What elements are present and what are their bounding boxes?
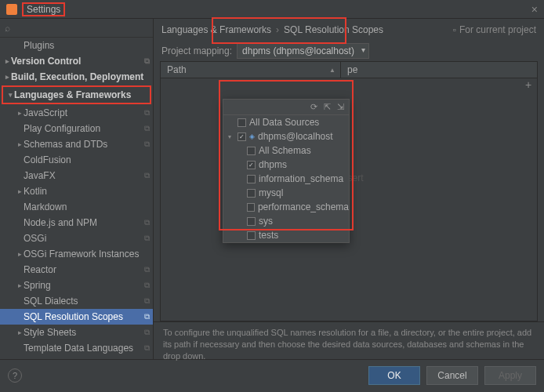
help-icon[interactable]: ? — [8, 368, 22, 383]
apply-button[interactable]: Apply — [484, 366, 536, 385]
sidebar-item-label: Reactor — [24, 264, 143, 275]
ok-button[interactable]: OK — [368, 366, 420, 385]
chevron-icon: ▸ — [16, 109, 24, 117]
sidebar-item-label: Version Control — [11, 56, 143, 67]
sidebar-item-label: Schemas and DTDs — [24, 139, 143, 150]
app-icon — [6, 4, 17, 15]
window-title: Settings — [22, 2, 65, 16]
scope-option-information-schema[interactable]: information_schema — [223, 172, 349, 186]
checkbox[interactable] — [247, 217, 256, 226]
sidebar-item-reactor[interactable]: Reactor⧉ — [0, 262, 153, 278]
collapse-icon[interactable]: ⇲ — [337, 102, 344, 112]
option-label: mysql — [259, 187, 283, 198]
copy-icon: ⧉ — [144, 312, 150, 321]
scope-option-performance-schema[interactable]: performance_schema — [223, 200, 349, 214]
scope-option-tests[interactable]: tests — [223, 228, 349, 242]
option-label: All Data Sources — [249, 117, 319, 128]
sidebar-item-osgi-framework-instances[interactable]: ▸OSGi Framework Instances — [0, 246, 153, 262]
sidebar-item-plugins[interactable]: Plugins — [0, 38, 153, 53]
checkbox[interactable] — [238, 132, 246, 141]
sidebar-item-kotlin[interactable]: ▸Kotlin — [0, 183, 153, 199]
chevron-icon: ▸ — [3, 73, 11, 81]
copy-icon: ⧉ — [144, 343, 150, 353]
sidebar-item-javascript[interactable]: ▸JavaScript⧉ — [0, 105, 153, 121]
for-project-label: ▫ For current project — [453, 24, 536, 35]
cancel-button[interactable]: Cancel — [426, 366, 478, 385]
highlight-box-lang-fw: ▾Languages & Frameworks — [2, 85, 151, 104]
scope-option-mysql[interactable]: mysql — [223, 186, 349, 200]
option-label: All Schemas — [259, 145, 311, 156]
button-bar: ? OK Cancel Apply — [0, 359, 544, 390]
copy-icon: ⧉ — [144, 140, 150, 149]
sidebar-item-label: TypeScript — [24, 358, 143, 359]
copy-icon: ⧉ — [144, 108, 150, 118]
checkbox[interactable] — [247, 161, 256, 169]
checkbox[interactable] — [247, 147, 256, 155]
copy-icon: ⧉ — [144, 171, 150, 180]
checkbox[interactable] — [247, 189, 256, 198]
scope-option-dhpms[interactable]: dhpms — [223, 158, 349, 172]
chevron-icon: ▸ — [16, 140, 24, 148]
sidebar-item-label: Languages & Frameworks — [14, 89, 147, 100]
sidebar-item-build-execution-deployment[interactable]: ▸Build, Execution, Deployment — [0, 69, 153, 85]
sort-asc-icon: ▲ — [329, 67, 335, 74]
sidebar-item-play-configuration[interactable]: Play Configuration⧉ — [0, 121, 153, 136]
scope-option-dhpms-localhost[interactable]: ▾◈dhpms@localhost — [223, 129, 349, 143]
settings-tree: Plugins▸Version Control⧉▸Build, Executio… — [0, 38, 153, 359]
project-icon: ▫ — [453, 24, 456, 35]
sidebar-item-sql-resolution-scopes[interactable]: SQL Resolution Scopes⧉ — [0, 309, 153, 325]
sidebar-item-schemas-and-dtds[interactable]: ▸Schemas and DTDs⧉ — [0, 136, 153, 152]
copy-icon: ⧉ — [144, 124, 150, 133]
sidebar-item-typescript[interactable]: ▸TypeScript⧉ — [0, 356, 153, 359]
copy-icon: ⧉ — [144, 56, 150, 66]
sidebar-item-markdown[interactable]: Markdown — [0, 199, 153, 215]
sidebar-item-sql-dialects[interactable]: SQL Dialects⧉ — [0, 293, 153, 309]
sidebar-item-label: Template Data Languages — [24, 343, 143, 354]
column-path[interactable]: Path▲ — [161, 62, 341, 78]
close-icon[interactable]: × — [531, 3, 538, 16]
checkbox[interactable] — [247, 203, 255, 212]
project-mapping-select[interactable]: dhpms (dhpms@localhost) — [237, 43, 369, 59]
sidebar-item-label: Node.js and NPM — [24, 217, 143, 228]
expand-icon[interactable]: ⇱ — [324, 102, 331, 112]
sidebar-item-coldfusion[interactable]: ColdFusion — [0, 152, 153, 168]
chevron-icon: ▸ — [16, 250, 24, 258]
refresh-icon[interactable]: ⟳ — [310, 102, 317, 112]
copy-icon: ⧉ — [144, 218, 150, 227]
sidebar-item-osgi[interactable]: OSGi⧉ — [0, 230, 153, 246]
search-box[interactable]: ⌕ — [0, 19, 153, 38]
sidebar-item-javafx[interactable]: JavaFX⧉ — [0, 168, 153, 183]
checkbox[interactable] — [238, 118, 246, 127]
scope-option-all-schemas[interactable]: All Schemas — [223, 143, 349, 158]
option-label: performance_schema — [258, 201, 349, 212]
crumb-root[interactable]: Languages & Frameworks — [161, 24, 271, 35]
description-text: To configure the unqualified SQL names r… — [154, 321, 544, 359]
scope-option-all-data-sources[interactable]: All Data Sources — [223, 115, 349, 129]
chevron-icon: ▸ — [16, 281, 24, 289]
scope-option-sys[interactable]: sys — [223, 214, 349, 228]
project-mapping-label: Project mapping: — [161, 45, 232, 56]
sidebar-item-label: JavaFX — [24, 170, 143, 181]
add-button[interactable]: + — [521, 78, 535, 93]
sidebar-item-style-sheets[interactable]: ▸Style Sheets⧉ — [0, 325, 153, 340]
checkbox[interactable] — [247, 175, 256, 183]
copy-icon: ⧉ — [144, 281, 150, 290]
sidebar-item-node-js-and-npm[interactable]: Node.js and NPM⧉ — [0, 215, 153, 230]
chevron-down-icon: ▾ — [228, 133, 234, 140]
sidebar-item-label: JavaScript — [24, 107, 143, 118]
content-pane: Languages & Frameworks › SQL Resolution … — [154, 19, 544, 359]
sidebar-item-version-control[interactable]: ▸Version Control⧉ — [0, 53, 153, 69]
sidebar-item-template-data-languages[interactable]: Template Data Languages⧉ — [0, 340, 153, 356]
sidebar-item-spring[interactable]: ▸Spring⧉ — [0, 278, 153, 293]
checkbox[interactable] — [247, 231, 256, 240]
sidebar-item-languages-frameworks[interactable]: ▾Languages & Frameworks — [3, 87, 150, 103]
sidebar-item-label: Spring — [24, 280, 143, 291]
option-label: tests — [259, 230, 278, 241]
sidebar-item-label: SQL Dialects — [24, 296, 143, 307]
scope-dropdown: ⟳ ⇱ ⇲ All Data Sources▾◈dhpms@localhostA… — [223, 99, 350, 243]
sidebar-item-label: Build, Execution, Deployment — [11, 71, 150, 82]
sidebar-item-label: Markdown — [24, 201, 150, 212]
column-scope[interactable]: pe — [341, 62, 364, 78]
sidebar-item-label: ColdFusion — [24, 154, 150, 165]
table-body: + +Insert ⟳ ⇱ ⇲ All Data Sources▾◈dhpms@… — [160, 78, 538, 321]
